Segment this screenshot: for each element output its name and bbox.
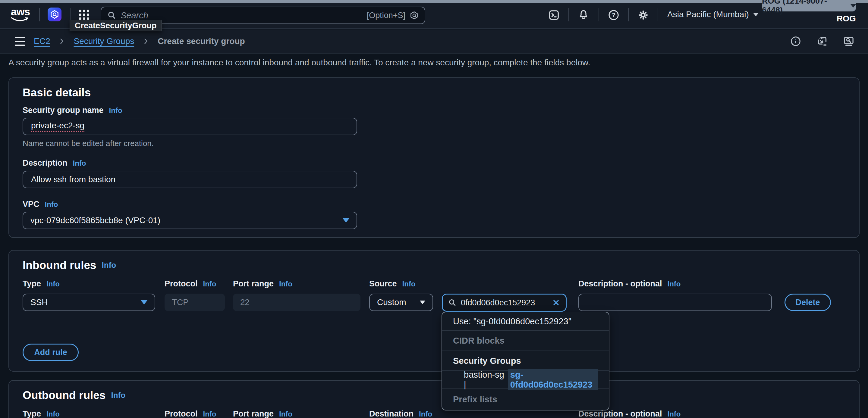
menu-hamburger-icon[interactable] xyxy=(14,36,26,47)
notifications-bell-icon[interactable] xyxy=(577,8,590,22)
security-group-name-value: private-ec2-sg xyxy=(31,121,84,132)
type-select[interactable]: SSH xyxy=(23,294,155,311)
svg-text:i: i xyxy=(795,38,796,44)
settings-gear-icon[interactable] xyxy=(637,8,650,22)
aws-console-screen: aws Search [Option+S] xyxy=(0,0,868,418)
add-rule-button[interactable]: Add rule xyxy=(23,344,79,361)
description-value: Allow ssh from bastion xyxy=(31,175,116,184)
info-link[interactable]: Info xyxy=(102,260,116,269)
info-link[interactable]: Info xyxy=(668,280,681,288)
security-group-option[interactable]: bastion-sg | sg-0fd0d06d0ec152923 xyxy=(442,371,609,389)
info-link[interactable]: Info xyxy=(45,200,58,208)
description-field[interactable]: Allow ssh from bastion xyxy=(23,171,357,188)
vpc-selected-value: vpc-079dc60f5865bcb8e (VPC-01) xyxy=(30,216,160,225)
description-column-label: Description - optionalInfo xyxy=(578,409,681,418)
security-group-name-field[interactable]: private-ec2-sg xyxy=(23,118,357,135)
port-range-column-label: Port rangeInfo xyxy=(233,279,292,289)
source-search-input[interactable]: 0fd0d06d0ec152923 xyxy=(442,294,567,312)
svg-text:?: ? xyxy=(612,11,616,19)
source-mode-value: Custom xyxy=(377,297,406,307)
cloudshell-terminal-icon[interactable] xyxy=(547,8,561,22)
info-link[interactable]: Info xyxy=(46,280,60,288)
inbound-rules-title: Inbound rulesInfo xyxy=(23,259,116,271)
type-selected-value: SSH xyxy=(30,297,48,307)
chevron-down-icon xyxy=(420,300,425,304)
security-groups-group-header: Security Groups xyxy=(442,351,609,371)
divider xyxy=(598,8,599,21)
clear-x-icon[interactable] xyxy=(552,298,560,307)
use-query-option[interactable]: Use: "sg-0fd0d06d0ec152923" xyxy=(442,312,609,331)
chevron-down-icon xyxy=(141,300,147,304)
search-shortcut-hint: [Option+S] xyxy=(367,11,405,20)
info-link[interactable]: Info xyxy=(203,280,216,288)
info-panel-icon[interactable]: i xyxy=(789,35,802,48)
source-column-label: SourceInfo xyxy=(369,279,415,289)
services-grid-icon[interactable] xyxy=(79,10,89,20)
hexagon-q-icon xyxy=(50,10,59,19)
info-link[interactable]: Info xyxy=(402,280,415,288)
breadcrumb-bar: EC2 Security Groups Create security grou… xyxy=(0,30,868,54)
amazon-q-outline-icon xyxy=(410,11,418,20)
info-link[interactable]: Info xyxy=(668,410,681,418)
name-helper-text: Name cannot be edited after creation. xyxy=(23,139,154,148)
inbound-rules-card: Inbound rulesInfo TypeInfo ProtocolInfo … xyxy=(8,250,860,372)
divider xyxy=(568,8,569,21)
type-column-label: TypeInfo xyxy=(23,279,60,289)
aws-smile-icon xyxy=(11,17,30,22)
outbound-rules-card: Outbound rulesInfo TypeInfo ProtocolInfo… xyxy=(8,380,860,418)
search-icon xyxy=(448,298,457,307)
search-placeholder: Search xyxy=(121,10,148,21)
aws-logo-text: aws xyxy=(11,7,30,17)
destination-column-label: DestinationInfo xyxy=(369,409,432,418)
breadcrumb-link-security-groups[interactable]: Security Groups xyxy=(73,36,134,46)
amazon-q-app-icon[interactable] xyxy=(48,7,61,21)
port-range-field-disabled: 22 xyxy=(233,294,361,311)
account-profile-label: ROG (1214-9007-6448) xyxy=(762,0,847,15)
support-tools-icon[interactable] xyxy=(842,35,855,48)
info-link[interactable]: Info xyxy=(111,391,125,399)
divider xyxy=(39,8,40,21)
source-mode-select[interactable]: Custom xyxy=(369,294,433,311)
tooltip: CreateSecurityGroup xyxy=(70,20,162,31)
security-group-option-id: sg-0fd0d06d0ec152923 xyxy=(508,369,598,390)
account-menu[interactable]: ROG xyxy=(837,14,856,24)
vpc-select[interactable]: vpc-079dc60f5865bcb8e (VPC-01) xyxy=(23,212,357,229)
feedback-console-icon[interactable] xyxy=(815,35,829,48)
help-icon[interactable]: ? xyxy=(607,8,620,22)
vpc-label: VPCInfo xyxy=(23,200,58,209)
protocol-column-label: ProtocolInfo xyxy=(164,409,216,418)
chevron-down-icon xyxy=(343,218,349,223)
source-search-query: 0fd0d06d0ec152923 xyxy=(461,298,535,308)
info-link[interactable]: Info xyxy=(203,410,216,418)
breadcrumb-link-ec2[interactable]: EC2 xyxy=(34,36,50,46)
security-group-name-label: Security group nameInfo xyxy=(23,106,122,115)
basic-details-title: Basic details xyxy=(23,87,91,99)
prefix-lists-group-header: Prefix lists xyxy=(442,389,609,410)
security-group-option-name: bastion-sg | xyxy=(464,370,504,390)
chevron-right-icon xyxy=(58,37,66,45)
region-selector[interactable]: Asia Pacific (Mumbai) xyxy=(667,0,758,29)
aws-logo[interactable]: aws xyxy=(11,7,30,23)
info-link[interactable]: Info xyxy=(46,410,60,418)
divider xyxy=(70,8,70,21)
chevron-down-icon xyxy=(753,13,758,16)
chevron-right-icon xyxy=(142,37,150,45)
breadcrumb-current-page: Create security group xyxy=(158,36,245,46)
divider xyxy=(658,8,658,21)
info-link[interactable]: Info xyxy=(419,410,432,418)
info-link[interactable]: Info xyxy=(279,280,292,288)
protocol-column-label: ProtocolInfo xyxy=(164,279,216,289)
cidr-blocks-group-header: CIDR blocks xyxy=(442,331,609,351)
rule-description-field[interactable] xyxy=(578,294,772,311)
account-profile-tab[interactable]: ROG (1214-9007-6448) xyxy=(762,0,856,11)
info-link[interactable]: Info xyxy=(279,410,292,418)
chevron-down-icon xyxy=(850,4,856,7)
protocol-field-disabled: TCP xyxy=(164,294,225,311)
info-link[interactable]: Info xyxy=(109,106,122,115)
type-column-label: TypeInfo xyxy=(23,409,60,418)
search-icon xyxy=(107,11,116,20)
description-column-label: Description - optionalInfo xyxy=(578,279,681,289)
info-link[interactable]: Info xyxy=(73,159,86,167)
delete-rule-button[interactable]: Delete xyxy=(784,294,831,311)
breadcrumb: EC2 Security Groups Create security grou… xyxy=(14,30,245,53)
